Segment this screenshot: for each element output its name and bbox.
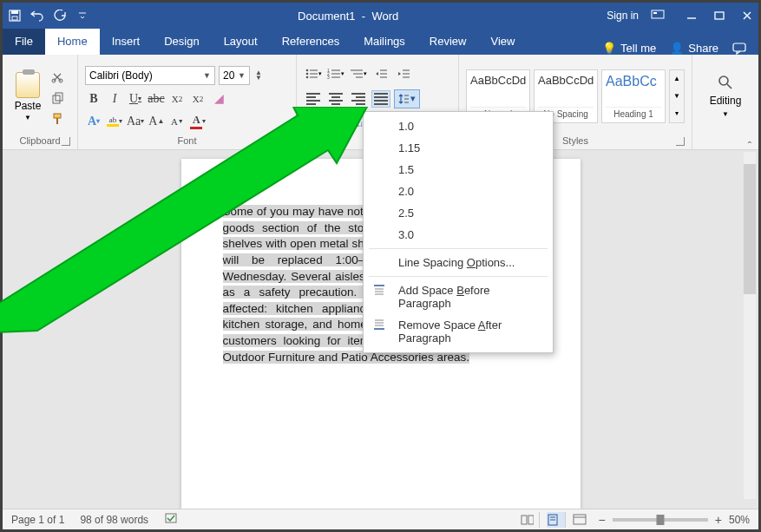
text-effects-button[interactable]: A▾ [85,113,102,130]
paste-button[interactable]: Paste ▼ [10,70,46,122]
tab-home[interactable]: Home [45,29,100,55]
search-icon [717,74,734,91]
chevron-down-icon: ▼ [238,71,246,80]
redo-icon[interactable] [53,9,67,23]
ls-options-link[interactable]: Line Spacing Options... [364,252,553,273]
increase-indent-button[interactable] [394,65,413,82]
tab-references[interactable]: References [270,29,351,55]
borders-button[interactable]: ▾ [326,115,345,133]
minimize-icon[interactable] [686,10,698,22]
dialog-launcher-icon[interactable] [280,137,289,146]
bold-button[interactable]: B [85,90,102,108]
highlight-button[interactable]: ab▾ [106,113,123,130]
change-case-button[interactable]: Aa▾ [127,113,144,130]
cut-icon[interactable] [49,69,65,85]
tell-me[interactable]: 💡Tell me [602,42,656,55]
qat-customize-icon[interactable] [75,9,89,23]
ls-option-2-5[interactable]: 2.5 [364,202,553,224]
share-button[interactable]: 👤Share [670,42,718,55]
underline-button[interactable]: U▾ [127,90,144,108]
dialog-launcher-icon[interactable] [676,137,685,146]
ls-option-1-0[interactable]: 1.0 [364,115,553,137]
styles-more-button[interactable]: ▲▼▾ [669,69,685,123]
vertical-scrollbar[interactable] [744,152,756,499]
font-size-stepper[interactable]: ▲▼ [255,70,262,81]
zoom-slider[interactable] [613,518,708,522]
line-spacing-button[interactable]: ▾ [394,89,420,108]
svg-rect-2 [12,16,17,20]
shading-button[interactable]: ▾ [304,115,323,133]
svg-rect-52 [166,514,176,522]
align-left-button[interactable] [304,90,323,108]
format-painter-icon[interactable] [49,111,65,127]
scrollbar-thumb[interactable] [744,164,756,294]
tab-view[interactable]: View [478,29,527,55]
tab-file[interactable]: File [3,29,45,55]
remove-space-after[interactable]: Remove Space After Paragraph [364,314,553,349]
font-size-combo[interactable]: 20▼ [219,66,250,85]
decrease-indent-button[interactable] [371,65,390,82]
align-right-button[interactable] [349,90,368,108]
editing-button[interactable]: Editing ▼ [699,74,751,118]
style-heading1[interactable]: AaBbCc Heading 1 [601,69,666,123]
tab-insert[interactable]: Insert [100,29,153,55]
shrink-font-button[interactable]: A▼ [168,113,186,130]
superscript-button[interactable]: X2 [189,90,207,108]
svg-rect-13 [56,118,58,124]
svg-rect-6 [715,12,724,19]
grow-font-button[interactable]: A▲ [148,113,165,130]
ls-option-3-0[interactable]: 3.0 [364,224,553,246]
print-layout-icon[interactable] [547,512,566,528]
chevron-down-icon: ▼ [24,114,31,122]
multilevel-list-button[interactable]: ▾ [349,65,368,82]
align-center-button[interactable] [326,90,345,108]
italic-button[interactable]: I [106,90,123,108]
zoom-out-button[interactable]: − [599,513,606,527]
word-count[interactable]: 98 of 98 words [80,514,148,526]
svg-rect-12 [54,114,61,118]
clear-formatting-icon[interactable]: ◢ [210,90,227,108]
copy-icon[interactable] [49,90,65,106]
svg-point-16 [306,72,309,75]
strikethrough-button[interactable]: abc [148,90,165,108]
zoom-level[interactable]: 50% [729,514,750,526]
tab-review[interactable]: Review [417,29,479,55]
signin-link[interactable]: Sign in [607,10,639,22]
remove-space-after-icon [372,318,388,333]
font-name-combo[interactable]: Calibri (Body)▼ [85,66,215,85]
svg-rect-4 [653,12,657,14]
tab-layout[interactable]: Layout [212,29,270,55]
ls-option-1-5[interactable]: 1.5 [364,159,553,181]
title-bar: Document1 - Word Sign in [3,3,758,29]
ls-option-1-15[interactable]: 1.15 [364,137,553,159]
subscript-button[interactable]: X2 [168,90,186,108]
dialog-launcher-icon[interactable] [62,137,70,146]
web-layout-icon[interactable] [573,512,592,528]
document-title: Document1 [298,10,355,23]
ls-option-2-0[interactable]: 2.0 [364,181,553,202]
font-color-button[interactable]: A▾ [189,113,207,130]
tab-mailings[interactable]: Mailings [351,29,417,55]
ribbon-display-icon[interactable] [651,10,665,23]
collapse-ribbon-icon[interactable]: ˆ [748,140,751,153]
spellcheck-icon[interactable] [164,511,180,528]
bullets-button[interactable]: ▾ [304,65,323,82]
chevron-down-icon: ▾ [410,93,416,104]
zoom-in-button[interactable]: + [715,513,722,527]
comments-icon[interactable] [732,43,746,55]
svg-rect-3 [652,10,664,18]
page-status[interactable]: Page 1 of 1 [11,514,64,526]
maximize-icon[interactable] [713,10,725,22]
add-space-before[interactable]: Add Space Before Paragraph [364,279,553,314]
add-space-before-icon [372,283,388,299]
close-icon[interactable] [741,10,753,22]
svg-text:3: 3 [327,75,330,80]
save-icon[interactable] [8,9,22,23]
justify-button[interactable] [371,90,390,108]
numbering-button[interactable]: 123▾ [326,65,345,82]
status-bar: Page 1 of 1 98 of 98 words − + 50% [3,509,758,529]
read-mode-icon[interactable] [521,512,540,528]
svg-line-42 [727,84,731,89]
tab-design[interactable]: Design [152,29,211,55]
undo-icon[interactable] [30,9,44,23]
